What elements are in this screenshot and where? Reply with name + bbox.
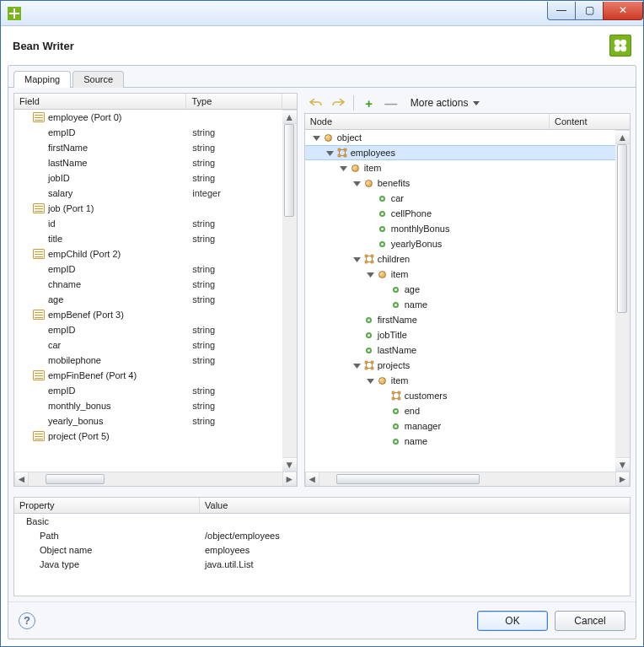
fields-table-body[interactable]: employee (Port 0)empIDstringfirstNamestr… [14, 110, 282, 472]
list-icon [363, 253, 375, 265]
tree-node[interactable]: cellPhone [305, 206, 615, 221]
tree-header-node[interactable]: Node [305, 114, 550, 129]
attribute-icon [390, 420, 402, 432]
table-row[interactable]: empIDstring [14, 261, 282, 277]
tree-node[interactable]: object [305, 130, 615, 145]
table-row[interactable]: empBenef (Port 3) [14, 307, 282, 322]
tree-header-content[interactable]: Content [550, 114, 615, 129]
svg-rect-13 [365, 361, 368, 364]
expand-toggle[interactable] [352, 179, 362, 188]
tree-node[interactable]: employees [305, 145, 615, 160]
expand-toggle[interactable] [366, 376, 375, 386]
table-row[interactable]: empChild (Port 2) [14, 246, 282, 261]
svg-rect-18 [398, 391, 400, 394]
table-row[interactable]: mobilephonestring [14, 353, 282, 368]
expand-toggle[interactable] [325, 148, 335, 158]
fields-header-type[interactable]: Type [186, 94, 282, 109]
tree-node[interactable]: benefits [305, 175, 615, 191]
close-button[interactable]: ✕ [603, 2, 643, 20]
table-row[interactable]: monthly_bonusstring [14, 398, 282, 413]
ok-button[interactable]: OK [477, 611, 548, 631]
tree-node-label: car [391, 193, 404, 203]
expand-toggle[interactable] [352, 361, 362, 370]
tree-node[interactable]: children [305, 251, 615, 267]
tree-node[interactable]: item [305, 373, 615, 388]
add-button[interactable]: + [361, 94, 378, 111]
tree-vertical-scrollbar[interactable]: ▲ ▼ [615, 130, 630, 472]
table-row[interactable]: salaryinteger [14, 186, 282, 201]
more-actions-label: More actions [411, 97, 469, 109]
property-group[interactable]: Basic [14, 514, 630, 528]
table-row[interactable]: idstring [14, 216, 282, 231]
table-row[interactable]: empIDstring [14, 383, 282, 398]
table-row[interactable]: carstring [14, 337, 282, 353]
minimize-button[interactable]: — [547, 2, 576, 20]
properties-header-property[interactable]: Property [14, 498, 200, 513]
cancel-button[interactable]: Cancel [555, 611, 625, 631]
tree-node[interactable]: item [305, 160, 615, 175]
tree-node-label: name [405, 299, 428, 310]
tree-node[interactable]: name [305, 297, 615, 312]
table-row[interactable]: titlestring [14, 231, 282, 246]
table-row[interactable]: employee (Port 0) [14, 110, 282, 125]
svg-rect-15 [365, 367, 368, 369]
table-row[interactable]: agestring [14, 292, 282, 307]
table-row[interactable]: job (Port 1) [14, 201, 282, 216]
expand-toggle[interactable] [339, 164, 348, 173]
tab-mapping[interactable]: Mapping [13, 71, 71, 88]
minus-icon: — [384, 97, 397, 110]
tree-node[interactable]: customers [305, 388, 615, 403]
tab-bar: Mapping Source [8, 66, 636, 88]
expand-toggle[interactable] [366, 270, 375, 279]
redo-button[interactable] [330, 94, 346, 111]
table-row[interactable]: empIDstring [14, 322, 282, 337]
tree-horizontal-scrollbar[interactable]: ◄► [305, 472, 630, 486]
tree-node[interactable]: projects [305, 358, 615, 373]
property-row[interactable]: Path/object/employees [14, 528, 630, 542]
table-row[interactable]: yearly_bonusstring [14, 413, 282, 429]
tree-node-label: name [405, 436, 428, 446]
tree-node[interactable]: yearlyBonus [305, 236, 615, 251]
expand-toggle[interactable] [352, 255, 362, 264]
attribute-icon [377, 192, 389, 204]
table-row[interactable]: firstNamestring [14, 140, 282, 155]
table-row[interactable]: chnamestring [14, 277, 282, 292]
tree-node[interactable]: item [305, 267, 615, 282]
properties-header-value[interactable]: Value [200, 498, 630, 513]
tab-source[interactable]: Source [72, 71, 124, 88]
attribute-icon [363, 314, 375, 326]
tree-node[interactable]: age [305, 282, 615, 297]
property-row[interactable]: Object nameemployees [14, 542, 630, 557]
fields-header-field[interactable]: Field [14, 94, 186, 109]
chevron-down-icon [473, 101, 480, 105]
fields-vertical-scrollbar[interactable]: ▲ ▼ [282, 110, 297, 472]
table-row[interactable]: jobIDstring [14, 170, 282, 186]
help-button[interactable]: ? [19, 612, 35, 629]
tree-node[interactable]: end [305, 403, 615, 418]
tree-node[interactable]: lastName [305, 342, 615, 358]
tree-node[interactable]: firstName [305, 312, 615, 327]
maximize-button[interactable]: ▢ [575, 2, 604, 20]
fields-horizontal-scrollbar[interactable]: ◄► [14, 472, 297, 486]
tree-node[interactable]: manager [305, 418, 615, 434]
table-row[interactable]: empFinBenef (Port 4) [14, 368, 282, 383]
remove-button[interactable]: — [383, 94, 400, 111]
tree-node[interactable]: monthlyBonus [305, 221, 615, 236]
titlebar[interactable]: — ▢ ✕ [1, 1, 643, 26]
expand-toggle[interactable] [312, 133, 321, 143]
tree-node-label: lastName [378, 345, 416, 355]
object-icon [323, 132, 335, 143]
more-actions-menu[interactable]: More actions [405, 94, 486, 111]
table-row[interactable]: lastNamestring [14, 155, 282, 170]
undo-button[interactable] [308, 94, 325, 111]
svg-rect-10 [371, 255, 373, 257]
list-icon [336, 147, 348, 159]
table-row[interactable]: empIDstring [14, 125, 282, 140]
property-row[interactable]: Java typejava.util.List [14, 557, 630, 571]
table-row[interactable]: project (Port 5) [14, 429, 282, 444]
tree-node[interactable]: name [305, 434, 615, 449]
properties-body[interactable]: BasicPath/object/employeesObject nameemp… [14, 514, 630, 571]
tree-node[interactable]: car [305, 191, 615, 206]
tree-body[interactable]: objectemployeesitembenefitscarcellPhonem… [305, 130, 615, 472]
tree-node[interactable]: jobTitle [305, 327, 615, 342]
